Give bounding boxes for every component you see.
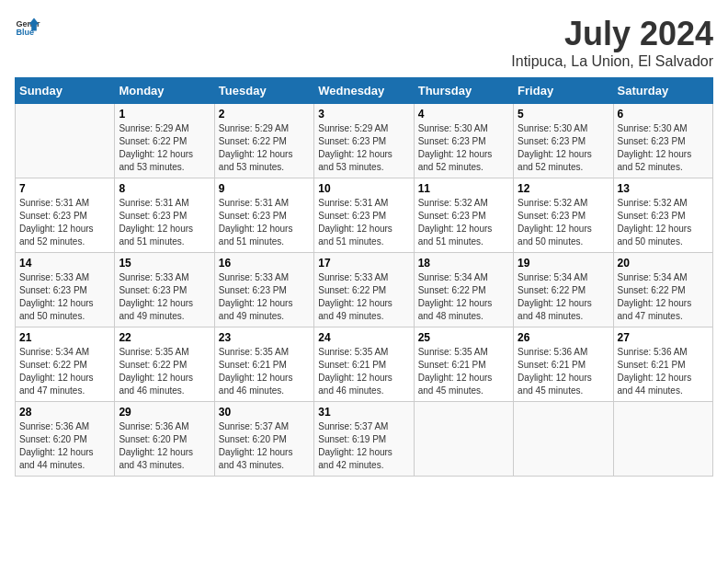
- day-number: 13: [618, 182, 709, 195]
- day-number: 3: [318, 108, 409, 121]
- day-number: 1: [119, 108, 210, 121]
- day-info: Sunrise: 5:29 AM Sunset: 6:23 PM Dayligh…: [318, 122, 409, 174]
- calendar-cell: 3Sunrise: 5:29 AM Sunset: 6:23 PM Daylig…: [314, 104, 414, 178]
- day-number: 2: [219, 108, 310, 121]
- day-info: Sunrise: 5:35 AM Sunset: 6:21 PM Dayligh…: [418, 346, 509, 397]
- day-info: Sunrise: 5:35 AM Sunset: 6:22 PM Dayligh…: [119, 346, 210, 397]
- calendar-cell: [414, 402, 513, 477]
- calendar-cell: 4Sunrise: 5:30 AM Sunset: 6:23 PM Daylig…: [414, 104, 513, 178]
- day-info: Sunrise: 5:29 AM Sunset: 6:22 PM Dayligh…: [119, 122, 210, 174]
- calendar-table: SundayMondayTuesdayWednesdayThursdayFrid…: [15, 77, 713, 477]
- calendar-cell: 25Sunrise: 5:35 AM Sunset: 6:21 PM Dayli…: [414, 327, 513, 402]
- header: General Blue July 2024 Intipuca, La Unio…: [15, 15, 713, 70]
- calendar-cell: 29Sunrise: 5:36 AM Sunset: 6:20 PM Dayli…: [115, 402, 214, 477]
- svg-text:Blue: Blue: [16, 28, 34, 37]
- day-number: 28: [19, 406, 110, 419]
- calendar-cell: [16, 104, 115, 178]
- day-info: Sunrise: 5:31 AM Sunset: 6:23 PM Dayligh…: [119, 197, 210, 248]
- logo-icon: General Blue: [15, 15, 40, 40]
- day-number: 5: [518, 108, 609, 121]
- calendar-cell: 28Sunrise: 5:36 AM Sunset: 6:20 PM Dayli…: [16, 402, 115, 477]
- day-info: Sunrise: 5:36 AM Sunset: 6:21 PM Dayligh…: [618, 346, 709, 397]
- day-info: Sunrise: 5:31 AM Sunset: 6:23 PM Dayligh…: [219, 197, 310, 248]
- calendar-cell: 20Sunrise: 5:34 AM Sunset: 6:22 PM Dayli…: [613, 253, 712, 327]
- day-info: Sunrise: 5:34 AM Sunset: 6:22 PM Dayligh…: [518, 271, 609, 323]
- day-number: 9: [219, 182, 310, 195]
- day-number: 22: [119, 331, 210, 344]
- week-row-5: 28Sunrise: 5:36 AM Sunset: 6:20 PM Dayli…: [16, 402, 713, 477]
- day-info: Sunrise: 5:30 AM Sunset: 6:23 PM Dayligh…: [518, 122, 609, 174]
- header-cell-thursday: Thursday: [414, 78, 513, 104]
- day-number: 31: [318, 406, 409, 419]
- day-info: Sunrise: 5:34 AM Sunset: 6:22 PM Dayligh…: [418, 271, 509, 323]
- week-row-4: 21Sunrise: 5:34 AM Sunset: 6:22 PM Dayli…: [16, 327, 713, 402]
- logo: General Blue: [15, 15, 40, 40]
- calendar-cell: 18Sunrise: 5:34 AM Sunset: 6:22 PM Dayli…: [414, 253, 513, 327]
- day-info: Sunrise: 5:32 AM Sunset: 6:23 PM Dayligh…: [518, 197, 609, 248]
- day-info: Sunrise: 5:33 AM Sunset: 6:23 PM Dayligh…: [219, 271, 310, 323]
- calendar-cell: 22Sunrise: 5:35 AM Sunset: 6:22 PM Dayli…: [115, 327, 214, 402]
- calendar-cell: 6Sunrise: 5:30 AM Sunset: 6:23 PM Daylig…: [613, 104, 712, 178]
- day-number: 7: [19, 182, 110, 195]
- day-number: 16: [219, 257, 310, 270]
- day-number: 10: [318, 182, 409, 195]
- day-info: Sunrise: 5:33 AM Sunset: 6:22 PM Dayligh…: [318, 271, 409, 323]
- calendar-cell: [514, 402, 613, 477]
- day-info: Sunrise: 5:34 AM Sunset: 6:22 PM Dayligh…: [618, 271, 709, 323]
- calendar-cell: [613, 402, 712, 477]
- week-row-2: 7Sunrise: 5:31 AM Sunset: 6:23 PM Daylig…: [16, 178, 713, 253]
- calendar-cell: 31Sunrise: 5:37 AM Sunset: 6:19 PM Dayli…: [314, 402, 414, 477]
- day-number: 6: [618, 108, 709, 121]
- subtitle: Intipuca, La Union, El Salvador: [511, 53, 713, 70]
- calendar-cell: 9Sunrise: 5:31 AM Sunset: 6:23 PM Daylig…: [214, 178, 313, 253]
- calendar-cell: 12Sunrise: 5:32 AM Sunset: 6:23 PM Dayli…: [514, 178, 613, 253]
- day-number: 12: [518, 182, 609, 195]
- title-area: July 2024 Intipuca, La Union, El Salvado…: [511, 15, 713, 70]
- header-cell-tuesday: Tuesday: [214, 78, 313, 104]
- day-number: 14: [19, 257, 110, 270]
- day-number: 4: [418, 108, 509, 121]
- header-cell-sunday: Sunday: [16, 78, 115, 104]
- calendar-cell: 5Sunrise: 5:30 AM Sunset: 6:23 PM Daylig…: [514, 104, 613, 178]
- week-row-3: 14Sunrise: 5:33 AM Sunset: 6:23 PM Dayli…: [16, 253, 713, 327]
- day-info: Sunrise: 5:33 AM Sunset: 6:23 PM Dayligh…: [119, 271, 210, 323]
- calendar-cell: 8Sunrise: 5:31 AM Sunset: 6:23 PM Daylig…: [115, 178, 214, 253]
- day-number: 19: [518, 257, 609, 270]
- header-cell-monday: Monday: [115, 78, 214, 104]
- day-number: 11: [418, 182, 509, 195]
- week-row-1: 1Sunrise: 5:29 AM Sunset: 6:22 PM Daylig…: [16, 104, 713, 178]
- day-info: Sunrise: 5:31 AM Sunset: 6:23 PM Dayligh…: [318, 197, 409, 248]
- day-number: 20: [618, 257, 709, 270]
- day-number: 21: [19, 331, 110, 344]
- day-info: Sunrise: 5:30 AM Sunset: 6:23 PM Dayligh…: [618, 122, 709, 174]
- day-number: 24: [318, 331, 409, 344]
- day-number: 18: [418, 257, 509, 270]
- day-info: Sunrise: 5:32 AM Sunset: 6:23 PM Dayligh…: [618, 197, 709, 248]
- calendar-cell: 19Sunrise: 5:34 AM Sunset: 6:22 PM Dayli…: [514, 253, 613, 327]
- day-number: 23: [219, 331, 310, 344]
- calendar-cell: 21Sunrise: 5:34 AM Sunset: 6:22 PM Dayli…: [16, 327, 115, 402]
- day-info: Sunrise: 5:29 AM Sunset: 6:22 PM Dayligh…: [219, 122, 310, 174]
- day-info: Sunrise: 5:37 AM Sunset: 6:19 PM Dayligh…: [318, 420, 409, 472]
- main-title: July 2024: [511, 15, 713, 53]
- calendar-cell: 14Sunrise: 5:33 AM Sunset: 6:23 PM Dayli…: [16, 253, 115, 327]
- header-cell-saturday: Saturday: [613, 78, 712, 104]
- day-info: Sunrise: 5:35 AM Sunset: 6:21 PM Dayligh…: [318, 346, 409, 397]
- day-info: Sunrise: 5:31 AM Sunset: 6:23 PM Dayligh…: [19, 197, 110, 248]
- day-info: Sunrise: 5:32 AM Sunset: 6:23 PM Dayligh…: [418, 197, 509, 248]
- day-number: 30: [219, 406, 310, 419]
- day-info: Sunrise: 5:37 AM Sunset: 6:20 PM Dayligh…: [219, 420, 310, 472]
- day-number: 17: [318, 257, 409, 270]
- calendar-body: 1Sunrise: 5:29 AM Sunset: 6:22 PM Daylig…: [16, 104, 713, 477]
- calendar-cell: 7Sunrise: 5:31 AM Sunset: 6:23 PM Daylig…: [16, 178, 115, 253]
- calendar-cell: 15Sunrise: 5:33 AM Sunset: 6:23 PM Dayli…: [115, 253, 214, 327]
- calendar-cell: 1Sunrise: 5:29 AM Sunset: 6:22 PM Daylig…: [115, 104, 214, 178]
- day-info: Sunrise: 5:34 AM Sunset: 6:22 PM Dayligh…: [19, 346, 110, 397]
- day-info: Sunrise: 5:36 AM Sunset: 6:21 PM Dayligh…: [518, 346, 609, 397]
- day-number: 26: [518, 331, 609, 344]
- day-number: 25: [418, 331, 509, 344]
- day-number: 8: [119, 182, 210, 195]
- header-cell-wednesday: Wednesday: [314, 78, 414, 104]
- calendar-cell: 30Sunrise: 5:37 AM Sunset: 6:20 PM Dayli…: [214, 402, 313, 477]
- calendar-cell: 24Sunrise: 5:35 AM Sunset: 6:21 PM Dayli…: [314, 327, 414, 402]
